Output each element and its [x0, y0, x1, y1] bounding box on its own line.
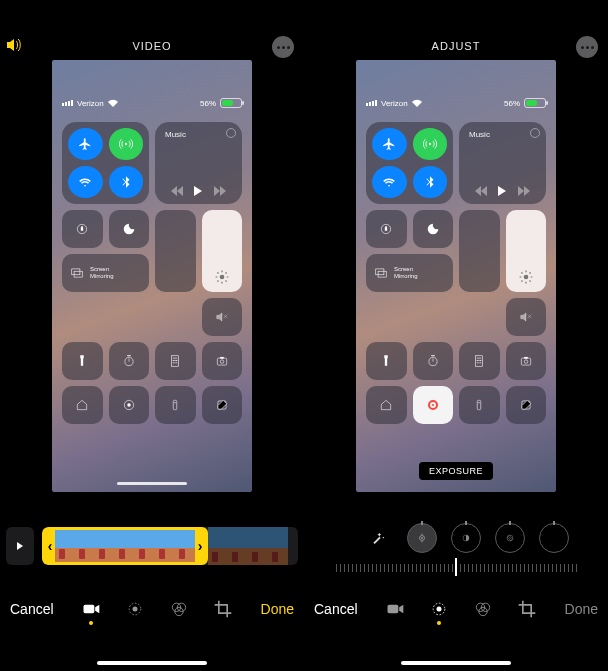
screen-record-tile-active[interactable] [413, 386, 454, 424]
mute-tile[interactable] [202, 298, 243, 336]
home-tile[interactable] [366, 386, 407, 424]
camera-tile[interactable] [202, 342, 243, 380]
volume-tile[interactable] [459, 210, 500, 292]
flashlight-tile[interactable] [366, 342, 407, 380]
trim-end-handle[interactable]: › [195, 530, 205, 562]
brightness-tile[interactable] [202, 210, 243, 292]
svg-point-58 [480, 360, 481, 361]
orientation-lock-tile[interactable] [366, 210, 407, 248]
tool-crop[interactable] [517, 599, 537, 619]
signal-icon [62, 100, 73, 106]
svg-rect-32 [84, 605, 95, 613]
calculator-tile[interactable] [459, 342, 500, 380]
remote-tile[interactable] [459, 386, 500, 424]
svg-point-2 [219, 275, 224, 280]
notes-tile[interactable] [202, 386, 243, 424]
camera-tile[interactable] [506, 342, 547, 380]
do-not-disturb-tile[interactable] [413, 210, 454, 248]
tool-filters[interactable] [473, 599, 493, 619]
bottom-toolbar: Cancel Done [0, 589, 304, 629]
play-button[interactable] [6, 527, 34, 565]
cancel-button[interactable]: Cancel [10, 601, 54, 617]
play-icon[interactable] [194, 186, 202, 196]
tool-adjust[interactable] [125, 599, 145, 619]
cellular-toggle[interactable] [109, 128, 144, 160]
exposure-dial[interactable] [407, 523, 437, 553]
wifi-toggle[interactable] [372, 166, 407, 198]
svg-rect-50 [378, 271, 386, 277]
orientation-lock-tile[interactable] [62, 210, 103, 248]
music-tile[interactable]: Music [459, 122, 546, 204]
more-button[interactable] [272, 36, 294, 58]
topbar: ADJUST [304, 0, 608, 60]
slider-pointer[interactable] [455, 558, 457, 576]
airplane-toggle[interactable] [68, 128, 103, 160]
prev-track-icon[interactable] [475, 186, 487, 196]
auto-enhance-dial[interactable] [363, 523, 393, 553]
svg-point-66 [479, 402, 480, 403]
tool-crop[interactable] [213, 599, 233, 619]
screen-mirroring-tile[interactable]: Screen Mirroring [366, 254, 453, 292]
highlights-dial[interactable] [495, 523, 525, 553]
home-indicator [117, 482, 187, 485]
mute-tile[interactable] [506, 298, 547, 336]
cancel-button[interactable]: Cancel [314, 601, 358, 617]
notes-tile[interactable] [506, 386, 547, 424]
svg-line-9 [217, 281, 218, 282]
tool-filters[interactable] [169, 599, 189, 619]
cellular-toggle[interactable] [413, 128, 448, 160]
volume-tile[interactable] [155, 210, 196, 292]
svg-point-22 [175, 362, 176, 363]
do-not-disturb-tile[interactable] [109, 210, 150, 248]
next-track-icon[interactable] [214, 186, 226, 196]
shadows-dial[interactable] [539, 523, 569, 553]
music-tile[interactable]: Music [155, 122, 242, 204]
airplane-toggle[interactable] [372, 128, 407, 160]
control-center: Music [366, 122, 546, 424]
brightness-tile[interactable] [506, 210, 547, 292]
trim-start-handle[interactable]: ‹ [45, 530, 55, 562]
prev-track-icon[interactable] [171, 186, 183, 196]
bottom-toolbar: Cancel Done [304, 589, 608, 629]
airplay-icon[interactable] [226, 128, 236, 138]
tool-adjust[interactable] [429, 599, 449, 619]
bluetooth-toggle[interactable] [109, 166, 144, 198]
brilliance-dial[interactable] [451, 523, 481, 553]
svg-line-10 [225, 272, 226, 273]
bluetooth-toggle[interactable] [413, 166, 448, 198]
remote-tile[interactable] [155, 386, 196, 424]
home-tile[interactable] [62, 386, 103, 424]
screen-mirroring-tile[interactable]: Screen Mirroring [62, 254, 149, 292]
calculator-tile[interactable] [155, 342, 196, 380]
flashlight-tile[interactable] [62, 342, 103, 380]
svg-point-18 [173, 360, 174, 361]
done-button[interactable]: Done [565, 601, 598, 617]
adjust-slider[interactable] [304, 560, 608, 580]
play-icon[interactable] [498, 186, 506, 196]
timer-tile[interactable] [413, 342, 454, 380]
svg-rect-24 [217, 358, 226, 365]
done-button[interactable]: Done [261, 601, 294, 617]
screen-record-tile[interactable] [109, 386, 150, 424]
pane-adjust: ADJUST Verizon 56% [304, 0, 608, 671]
svg-rect-74 [388, 605, 399, 613]
tab-adjust-label[interactable]: ADJUST [304, 40, 608, 52]
wifi-toggle[interactable] [68, 166, 103, 198]
more-button[interactable] [576, 36, 598, 58]
next-track-icon[interactable] [518, 186, 530, 196]
carrier-label: Verizon [381, 99, 408, 108]
timeline-area: ‹ › [6, 522, 298, 570]
svg-point-21 [173, 362, 174, 363]
tab-video-label[interactable]: VIDEO [0, 40, 304, 52]
wifi-icon [108, 99, 118, 107]
airplay-icon[interactable] [530, 128, 540, 138]
tool-video[interactable] [81, 599, 101, 619]
svg-point-60 [479, 362, 480, 363]
svg-rect-12 [74, 271, 82, 277]
sun-icon [215, 270, 229, 284]
timeline[interactable]: ‹ › [42, 527, 298, 565]
tool-video[interactable] [385, 599, 405, 619]
trim-region[interactable]: ‹ › [42, 527, 208, 565]
timer-tile[interactable] [109, 342, 150, 380]
music-label: Music [469, 130, 536, 139]
